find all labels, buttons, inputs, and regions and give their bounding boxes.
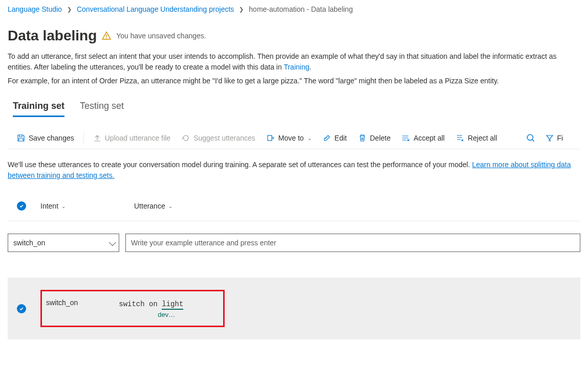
delete-label: Delete xyxy=(370,134,390,142)
chevron-down-icon: ⌄ xyxy=(61,203,66,209)
row-intent-value: switch_on xyxy=(46,299,78,307)
move-to-icon xyxy=(267,134,275,142)
accept-all-button[interactable]: Accept all xyxy=(398,132,449,144)
breadcrumb-link-language-studio[interactable]: Language Studio xyxy=(8,5,62,13)
reject-all-label: Reject all xyxy=(468,134,497,142)
input-row: switch_on xyxy=(8,234,580,252)
row-checkbox[interactable] xyxy=(17,304,26,313)
description-line-2: For example, for an intent of Order Pizz… xyxy=(8,76,580,86)
save-changes-button[interactable]: Save changes xyxy=(13,132,78,144)
description-text-end: . xyxy=(309,63,311,71)
edit-label: Edit xyxy=(335,134,347,142)
move-to-button[interactable]: Move to ⌄ xyxy=(263,132,316,144)
table-header-row: Intent ⌄ Utterance ⌄ xyxy=(8,191,580,221)
chevron-right-icon: ❯ xyxy=(239,6,244,13)
column-intent-label: Intent xyxy=(40,202,58,210)
delete-icon xyxy=(358,134,366,142)
reject-all-icon xyxy=(456,134,464,142)
breadcrumb: Language Studio ❯ Conversational Languag… xyxy=(8,5,580,13)
chevron-down-icon: ⌄ xyxy=(308,135,312,141)
training-link[interactable]: Training xyxy=(284,63,309,71)
svg-point-3 xyxy=(527,134,533,140)
delete-button[interactable]: Delete xyxy=(354,132,395,144)
tab-testing-set[interactable]: Testing set xyxy=(80,101,124,117)
save-icon xyxy=(17,134,25,142)
utterance-row[interactable]: switch_on switch on light dev… xyxy=(8,278,580,339)
breadcrumb-link-clu-projects[interactable]: Conversational Language Understanding pr… xyxy=(77,5,234,13)
select-all-checkbox[interactable] xyxy=(17,201,26,211)
breadcrumb-current: home-automation - Data labeling xyxy=(249,5,353,13)
unsaved-changes-message: You have unsaved changes. xyxy=(116,32,206,40)
row-utterance-cell: switch on light dev… xyxy=(119,299,183,318)
upload-icon xyxy=(93,134,101,142)
description-line-1: To add an utterance, first select an int… xyxy=(8,51,580,73)
svg-line-4 xyxy=(532,140,534,141)
accept-all-icon xyxy=(402,134,410,142)
move-to-label: Move to xyxy=(278,134,304,142)
svg-point-1 xyxy=(106,38,107,39)
save-changes-label: Save changes xyxy=(29,134,74,142)
info-text-body: We'll use these utterances to create you… xyxy=(8,160,472,169)
row-utterance-text: switch on light xyxy=(119,300,183,310)
utterance-input[interactable] xyxy=(125,234,580,252)
column-header-intent[interactable]: Intent ⌄ xyxy=(40,202,120,210)
entity-label[interactable]: dev… xyxy=(158,311,183,318)
filter-icon xyxy=(546,134,554,142)
warning-icon xyxy=(102,31,111,40)
tabs: Training set Testing set xyxy=(8,101,580,117)
page-header: Data labeling You have unsaved changes. xyxy=(8,28,580,44)
column-utterance-label: Utterance xyxy=(134,202,165,210)
entity-token[interactable]: light xyxy=(162,300,183,310)
column-header-utterance[interactable]: Utterance ⌄ xyxy=(134,202,172,210)
filter-button[interactable]: Fi xyxy=(541,132,568,144)
intent-dropdown[interactable]: switch_on xyxy=(8,234,119,252)
highlighted-utterance-box: switch_on switch on light dev… xyxy=(40,290,225,327)
svg-rect-2 xyxy=(268,135,272,141)
toolbar-separator xyxy=(83,132,84,144)
chevron-down-icon: ⌄ xyxy=(168,203,172,209)
accept-all-label: Accept all xyxy=(413,134,445,142)
tab-training-set[interactable]: Training set xyxy=(13,101,64,117)
edit-icon xyxy=(323,134,331,142)
toolbar: Save changes Upload utterance file Sugge… xyxy=(8,127,580,149)
suggest-utterances-button[interactable]: Suggest utterances xyxy=(178,132,259,144)
upload-utterance-label: Upload utterance file xyxy=(105,134,170,142)
edit-button[interactable]: Edit xyxy=(319,132,351,144)
description-text: To add an utterance, first select an int… xyxy=(8,52,556,71)
suggest-utterances-label: Suggest utterances xyxy=(193,134,255,142)
chevron-right-icon: ❯ xyxy=(67,6,72,13)
page-title: Data labeling xyxy=(8,28,97,44)
reject-all-button[interactable]: Reject all xyxy=(452,132,502,144)
filter-label: Fi xyxy=(557,134,563,142)
intent-dropdown-value: switch_on xyxy=(13,239,45,247)
search-button[interactable] xyxy=(523,131,538,145)
utterance-prefix: switch on xyxy=(119,300,162,308)
upload-utterance-button[interactable]: Upload utterance file xyxy=(89,132,175,144)
refresh-icon xyxy=(182,134,190,142)
search-icon xyxy=(526,133,535,143)
info-text: We'll use these utterances to create you… xyxy=(8,159,580,181)
